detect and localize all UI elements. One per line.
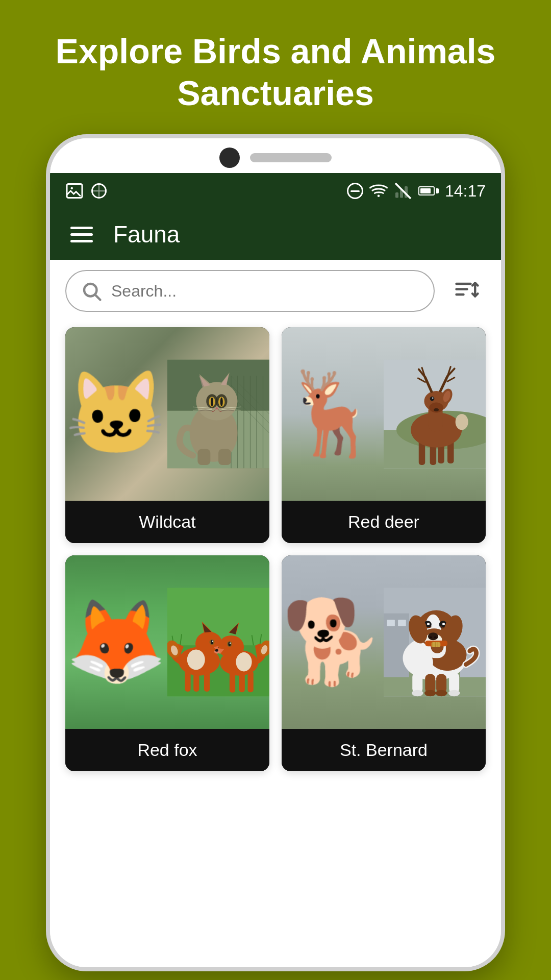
svg-point-56 xyxy=(434,408,439,411)
signal-off-icon xyxy=(394,182,412,200)
menu-button[interactable] xyxy=(65,222,98,248)
svg-point-58 xyxy=(432,398,434,399)
svg-point-1 xyxy=(71,187,73,190)
svg-point-102 xyxy=(236,652,252,672)
animals-grid: Wildcat xyxy=(65,327,486,771)
wildcat-label: Wildcat xyxy=(65,501,269,543)
svg-rect-44 xyxy=(218,449,231,465)
image-icon xyxy=(65,182,84,200)
phone-camera xyxy=(219,148,240,168)
svg-rect-43 xyxy=(197,449,210,465)
content-area: Wildcat xyxy=(50,260,501,967)
svg-point-37 xyxy=(220,398,223,407)
svg-rect-113 xyxy=(398,620,406,626)
animal-card-red-deer[interactable]: Red deer xyxy=(282,327,486,543)
page-heading: Explore Birds and Animals Sanctuaries xyxy=(0,0,551,134)
bernard-illustration xyxy=(282,555,486,729)
svg-point-96 xyxy=(215,649,218,652)
fox-illustration xyxy=(65,555,269,729)
svg-point-3 xyxy=(378,195,380,198)
svg-line-9 xyxy=(95,295,101,300)
svg-rect-87 xyxy=(185,669,190,692)
svg-point-57 xyxy=(430,397,435,401)
svg-rect-105 xyxy=(248,671,254,692)
hamburger-line-1 xyxy=(70,227,93,229)
svg-rect-112 xyxy=(387,620,395,626)
svg-point-82 xyxy=(211,640,213,645)
hamburger-line-2 xyxy=(70,233,93,236)
status-time: 14:17 xyxy=(445,182,486,201)
svg-point-128 xyxy=(427,623,430,625)
svg-rect-89 xyxy=(204,670,210,692)
st-bernard-label: St. Bernard xyxy=(282,729,486,771)
search-box[interactable] xyxy=(65,270,435,312)
svg-rect-104 xyxy=(239,672,245,693)
svg-point-86 xyxy=(187,650,205,670)
svg-point-124 xyxy=(430,636,432,639)
status-bar: 14:17 xyxy=(50,173,501,209)
fox-image xyxy=(65,555,269,729)
red-deer-label: Red deer xyxy=(282,501,486,543)
sort-icon xyxy=(451,277,480,305)
svg-point-144 xyxy=(436,690,447,697)
red-fox-label: Red fox xyxy=(65,729,269,771)
animal-card-wildcat[interactable]: Wildcat xyxy=(65,327,269,543)
search-input[interactable] xyxy=(111,282,419,301)
wildcat-illustration xyxy=(65,327,269,501)
wildcat-image xyxy=(65,327,269,501)
status-icons-right: 14:17 xyxy=(347,182,486,201)
svg-point-69 xyxy=(456,414,468,430)
svg-point-98 xyxy=(228,642,231,647)
app-toolbar: Fauna xyxy=(50,209,501,260)
svg-point-36 xyxy=(211,398,213,407)
do-not-disturb-icon xyxy=(347,183,363,199)
animal-card-st-bernard[interactable]: St. Bernard xyxy=(282,555,486,771)
hamburger-line-3 xyxy=(70,240,93,242)
sort-button[interactable] xyxy=(445,273,486,309)
brightness-icon xyxy=(90,182,108,200)
svg-point-142 xyxy=(412,690,423,697)
svg-point-145 xyxy=(448,690,460,697)
phone-speaker xyxy=(250,153,332,162)
status-icons-left xyxy=(65,182,108,200)
svg-point-99 xyxy=(230,643,231,644)
svg-rect-103 xyxy=(230,670,235,693)
animal-card-red-fox[interactable]: Red fox xyxy=(65,555,269,771)
deer-image xyxy=(282,327,486,501)
bernard-image xyxy=(282,555,486,729)
search-icon xyxy=(81,280,102,302)
svg-point-83 xyxy=(212,641,214,642)
deer-illustration xyxy=(282,327,486,501)
phone-frame: 14:17 Fauna xyxy=(46,134,505,971)
app-title: Fauna xyxy=(113,220,180,248)
svg-point-123 xyxy=(428,632,438,640)
wifi-icon xyxy=(369,182,388,200)
search-row xyxy=(65,270,486,312)
svg-point-143 xyxy=(424,690,436,697)
svg-rect-88 xyxy=(193,671,199,692)
svg-point-125 xyxy=(434,636,437,639)
svg-point-130 xyxy=(442,623,445,625)
battery-icon xyxy=(418,186,439,195)
phone-top-bar xyxy=(50,138,501,173)
svg-rect-4 xyxy=(395,192,398,198)
